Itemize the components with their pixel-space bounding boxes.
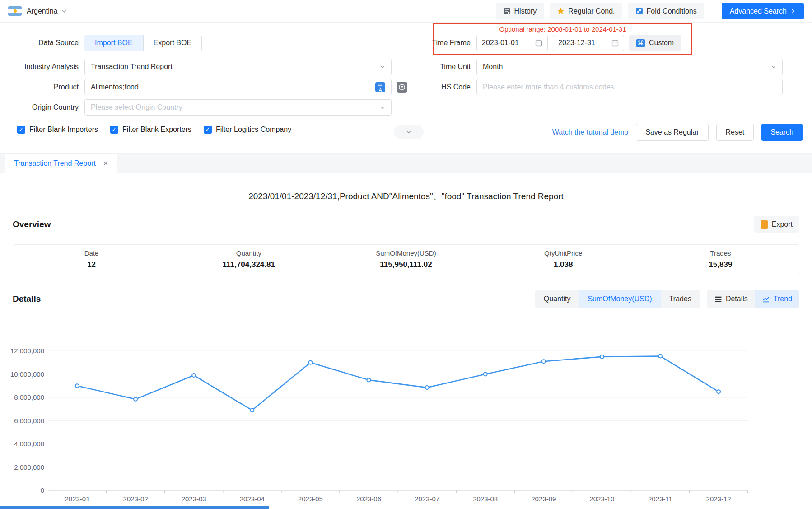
product-input[interactable]: Alimentos;food 中A — [84, 79, 392, 95]
close-icon[interactable]: ✕ — [103, 159, 109, 168]
export-boe-tab[interactable]: Export BOE — [143, 35, 202, 51]
filter-blank-importers-label: Filter Blank Importers — [29, 126, 98, 134]
view-trend-label: Trend — [774, 295, 792, 303]
stat-label: Quantity — [236, 249, 261, 257]
exact-match-icon[interactable] — [397, 82, 407, 93]
horizontal-scrollbar-thumb[interactable] — [0, 506, 269, 509]
time-unit-label: Time Unit — [427, 63, 476, 71]
svg-text:2023-09: 2023-09 — [531, 495, 556, 503]
custom-range-button[interactable]: Custom — [629, 35, 681, 51]
data-source-tabs: Import BOE Export BOE — [84, 35, 202, 51]
svg-text:2023-04: 2023-04 — [240, 495, 265, 503]
view-trend-button[interactable]: Trend — [755, 290, 799, 308]
metric-tab-quantity[interactable]: Quantity — [535, 290, 579, 308]
hs-code-input[interactable]: Please enter more than 4 customs codes — [476, 79, 783, 95]
chevron-down-icon[interactable] — [61, 9, 67, 14]
svg-text:2023-05: 2023-05 — [298, 495, 323, 503]
filter-blank-exporters-checkbox[interactable]: ✓ Filter Blank Exporters — [110, 126, 191, 134]
stat-label: Trades — [710, 249, 731, 257]
calendar-icon[interactable] — [611, 39, 619, 47]
view-details-button[interactable]: Details — [707, 290, 755, 308]
origin-country-select[interactable]: Please select Origin Country — [84, 99, 392, 116]
origin-country-placeholder: Please select Origin Country — [91, 103, 182, 112]
country-name[interactable]: Argentina — [27, 7, 58, 15]
calendar-icon[interactable] — [535, 39, 542, 47]
fold-conditions-button[interactable]: Fold Conditions — [628, 3, 704, 19]
hs-code-placeholder: Please enter more than 4 customs codes — [483, 83, 614, 91]
tutorial-link[interactable]: Watch the tutorial demo — [552, 128, 628, 136]
stat-date: Date 12 — [13, 245, 170, 274]
svg-text:2023-12: 2023-12 — [706, 495, 731, 503]
filter-logitics-company-label: Filter Logitics Company — [216, 126, 291, 134]
history-button[interactable]: History — [496, 3, 544, 19]
svg-text:0: 0 — [41, 486, 44, 494]
details-heading: Details — [13, 294, 41, 304]
checkbox-checked-icon: ✓ — [110, 126, 118, 134]
industry-analysis-select[interactable]: Transaction Trend Report — [84, 59, 392, 75]
checkbox-checked-icon: ✓ — [17, 126, 25, 134]
date-to-input[interactable]: 2023-12-31 — [553, 35, 624, 51]
advanced-search-label: Advanced Search — [730, 7, 787, 15]
advanced-search-button[interactable]: Advanced Search — [722, 3, 804, 19]
expand-conditions-button[interactable] — [394, 125, 424, 139]
chevron-down-icon — [380, 105, 385, 110]
stat-qty-unit-price: QtyUnitPrice 1.038 — [485, 245, 642, 274]
trend-icon — [762, 295, 770, 303]
stat-sum-of-money: SumOfMoney(USD) 115,950,111.02 — [327, 245, 485, 274]
metric-tab-trades[interactable]: Trades — [661, 290, 700, 308]
overview-stats-card: Date 12 Quantity 111,704,324.81 SumOfMon… — [13, 244, 799, 274]
svg-text:2023-06: 2023-06 — [356, 495, 381, 503]
argentina-flag-icon — [8, 6, 22, 16]
history-label: History — [514, 7, 537, 15]
chevron-down-icon — [771, 64, 776, 70]
svg-text:2023-11: 2023-11 — [648, 495, 672, 503]
stat-quantity: Quantity 111,704,324.81 — [170, 245, 327, 274]
export-button[interactable]: Export — [754, 216, 799, 233]
metric-tab-sum-of-money[interactable]: SumOfMoney(USD) — [579, 290, 660, 308]
filter-blank-importers-checkbox[interactable]: ✓ Filter Blank Importers — [17, 126, 98, 134]
svg-text:2,000,000: 2,000,000 — [14, 463, 44, 471]
custom-label: Custom — [649, 39, 674, 47]
date-from-value: 2023-01-01 — [482, 39, 519, 47]
star-icon — [557, 7, 565, 15]
svg-text:2023-02: 2023-02 — [123, 495, 148, 503]
trend-chart-area: 02,000,0004,000,0006,000,0008,000,00010,… — [0, 328, 812, 509]
fold-icon — [635, 7, 643, 15]
tab-label: Transaction Trend Report — [14, 159, 96, 168]
export-label: Export — [772, 220, 793, 229]
tab-transaction-trend-report[interactable]: Transaction Trend Report ✕ — [5, 154, 117, 173]
svg-text:8,000,000: 8,000,000 — [14, 393, 44, 401]
save-as-regular-button[interactable]: Save as Regular — [636, 124, 708, 141]
reset-button[interactable]: Reset — [716, 124, 754, 141]
search-form: Optional range: 2008-01-01 to 2024-01-31… — [0, 23, 812, 154]
product-value: Alimentos;food — [91, 83, 139, 91]
time-unit-select[interactable]: Month — [476, 59, 783, 75]
chevron-down-icon — [406, 129, 412, 135]
origin-country-label: Origin Country — [0, 103, 84, 112]
regular-cond-label: Regular Cond. — [568, 7, 615, 15]
fold-conditions-label: Fold Conditions — [647, 7, 697, 15]
export-icon — [761, 220, 768, 229]
stat-value: 12 — [87, 260, 96, 269]
chevron-down-icon — [380, 64, 385, 70]
date-from-input[interactable]: 2023-01-01 — [476, 35, 548, 51]
top-bar: Argentina History Regular Cond. Fold Con… — [0, 0, 812, 23]
stat-value: 15,839 — [709, 260, 732, 269]
stat-value: 1.038 — [554, 260, 573, 269]
import-boe-tab[interactable]: Import BOE — [84, 35, 143, 51]
svg-text:10,000,000: 10,000,000 — [10, 370, 44, 378]
time-unit-value: Month — [483, 63, 503, 71]
product-label: Product — [0, 83, 84, 91]
hs-code-label: HS Code — [427, 83, 476, 91]
svg-text:2023-03: 2023-03 — [182, 495, 206, 503]
time-frame-label: Time Frame — [427, 39, 476, 47]
translate-icon[interactable]: 中A — [375, 82, 385, 92]
filter-logitics-company-checkbox[interactable]: ✓ Filter Logitics Company — [204, 126, 291, 134]
stat-trades: Trades 15,839 — [642, 245, 799, 274]
report-title: 2023/01/01-2023/12/31,Product AND"Alimen… — [0, 191, 812, 202]
metric-toggle-group: Quantity SumOfMoney(USD) Trades — [535, 290, 700, 308]
trend-line-chart: 02,000,0004,000,0006,000,0008,000,00010,… — [0, 328, 812, 509]
optional-range-text: Optional range: 2008-01-01 to 2024-01-31 — [433, 25, 692, 33]
search-button[interactable]: Search — [761, 124, 803, 141]
regular-cond-button[interactable]: Regular Cond. — [550, 3, 622, 19]
